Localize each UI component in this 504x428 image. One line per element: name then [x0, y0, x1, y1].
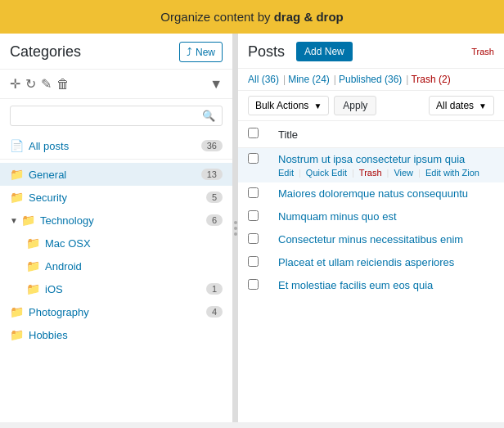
filter-published[interactable]: Published (36) [339, 74, 402, 85]
file-icon: 📄 [10, 139, 24, 152]
edit-zion-action[interactable]: Edit with Zion [425, 168, 479, 178]
chevron-down-icon: ▼ [313, 101, 322, 110]
post-title-link[interactable]: Maiores doloremque natus consequuntu [278, 187, 494, 200]
divider-dot [234, 227, 237, 230]
row-checkbox-cell [238, 251, 268, 274]
category-count: 6 [206, 214, 223, 226]
category-count: 4 [206, 306, 223, 318]
category-label: Photography [29, 306, 206, 318]
add-new-button[interactable]: Add New [296, 42, 353, 61]
bulk-actions-label: Bulk Actions [255, 100, 308, 111]
folder-icon: 📁 [10, 191, 24, 204]
table-row: Maiores doloremque natus consequuntu [238, 182, 504, 205]
posts-table: Title Nostrum ut ipsa consectetur ipsum … [238, 121, 504, 297]
delete-icon[interactable]: 🗑 [56, 77, 70, 92]
row-checkbox[interactable] [248, 233, 259, 244]
divider-dot [234, 221, 237, 224]
expand-arrow-icon: ▼ [10, 216, 18, 225]
edit-icon[interactable]: ✎ [41, 76, 52, 92]
refresh-icon[interactable]: ↻ [25, 76, 36, 92]
all-posts-label: All posts [29, 140, 201, 152]
filter-bar: All (36) | Mine (24) | Published (36) | … [238, 69, 504, 91]
category-label: Hobbies [29, 329, 223, 341]
row-checkbox[interactable] [248, 187, 259, 198]
categories-sidebar: Categories ⤴ New ✛ ↻ ✎ 🗑 ▼ 🔍 📄 All posts… [0, 34, 233, 422]
filter-all[interactable]: All (36) [248, 74, 279, 85]
category-label: iOS [45, 283, 206, 295]
filter-mine[interactable]: Mine (24) [288, 74, 330, 85]
category-item-ios[interactable]: 📁 iOS 1 [0, 277, 232, 300]
category-label: Android [45, 260, 223, 273]
category-label: Security [29, 191, 206, 204]
post-title-link[interactable]: Numquam minus quo est [278, 210, 494, 223]
select-all-checkbox[interactable] [248, 128, 259, 138]
category-list: 📁 General 13 📁 Security 5 ▼ 📁 Technology… [0, 160, 232, 349]
row-checkbox[interactable] [248, 279, 259, 290]
plus-icon: ⤴ [187, 46, 192, 58]
table-row: Et molestiae facilis eum eos quia [238, 274, 504, 297]
table-row: Placeat et ullam reiciendis asperiores [238, 251, 504, 274]
table-row: Nostrum ut ipsa consectetur ipsum quia E… [238, 148, 504, 183]
post-title-cell: Placeat et ullam reiciendis asperiores [268, 251, 504, 274]
new-category-button[interactable]: ⤴ New [179, 42, 223, 62]
top-banner: Organize content by drag & drop [0, 0, 504, 34]
posts-header: Posts Add New Trash [238, 34, 504, 69]
all-posts-item[interactable]: 📄 All posts 36 [0, 133, 232, 160]
bulk-actions-dropdown[interactable]: Bulk Actions ▼ [248, 96, 329, 115]
category-count: 5 [206, 191, 223, 203]
row-checkbox-cell [238, 205, 268, 228]
expand-icon[interactable]: ▼ [209, 77, 223, 92]
filter-trash[interactable]: Trash (2) [411, 74, 450, 85]
category-item-photography[interactable]: 📁 Photography 4 [0, 300, 232, 323]
folder-icon: 📁 [10, 305, 24, 318]
post-title-cell: Et molestiae facilis eum eos quia [268, 274, 504, 297]
category-item-hobbies[interactable]: 📁 Hobbies [0, 323, 232, 346]
category-search: 🔍 [10, 106, 223, 126]
folder-icon: 📁 [10, 328, 24, 341]
table-row: Consectetur minus necessitatibus enim [238, 228, 504, 251]
category-item-security[interactable]: 📁 Security 5 [0, 186, 232, 209]
divider-dot [234, 232, 237, 236]
row-checkbox-cell [238, 274, 268, 297]
title-column-header: Title [268, 121, 504, 148]
row-checkbox-cell [238, 148, 268, 183]
row-checkbox[interactable] [248, 210, 259, 221]
post-title-link[interactable]: Placeat et ullam reiciendis asperiores [278, 256, 494, 268]
move-icon[interactable]: ✛ [10, 76, 20, 92]
posts-toolbar: Bulk Actions ▼ Apply All dates ▼ [238, 91, 504, 121]
trash-action[interactable]: Trash [359, 168, 382, 178]
post-title-link[interactable]: Nostrum ut ipsa consectetur ipsum quia [278, 153, 494, 165]
folder-icon: 📁 [26, 282, 40, 295]
category-label: Technology [40, 214, 206, 227]
post-title-link[interactable]: Et molestiae facilis eum eos quia [278, 279, 494, 291]
quick-edit-action[interactable]: Quick Edit [306, 168, 347, 178]
category-search-input[interactable] [17, 110, 202, 122]
apply-button[interactable]: Apply [334, 96, 376, 115]
category-item-android[interactable]: 📁 Android [0, 255, 232, 277]
table-row: Numquam minus quo est [238, 205, 504, 228]
post-title-link[interactable]: Consectetur minus necessitatibus enim [278, 233, 494, 246]
category-item-technology[interactable]: ▼ 📁 Technology 6 [0, 209, 232, 232]
trash-filter-label: Trash [471, 47, 494, 56]
category-count: 13 [201, 169, 223, 180]
sidebar-title: Categories [10, 43, 81, 61]
category-label: General [29, 169, 201, 181]
post-title-cell: Consectetur minus necessitatibus enim [268, 228, 504, 251]
folder-icon: 📁 [26, 259, 40, 273]
category-item-general[interactable]: 📁 General 13 [0, 163, 232, 186]
sidebar-toolbar: ✛ ↻ ✎ 🗑 ▼ [0, 70, 232, 99]
folder-icon: 📁 [26, 237, 40, 250]
view-action[interactable]: View [394, 168, 413, 178]
row-checkbox-cell [238, 182, 268, 205]
banner-text: Organize content by drag & drop [160, 10, 343, 24]
edit-action[interactable]: Edit [278, 168, 294, 178]
category-label: Mac OSX [45, 237, 223, 250]
dates-dropdown[interactable]: All dates ▼ [429, 96, 494, 115]
select-all-header [238, 121, 268, 148]
folder-icon: 📁 [10, 168, 24, 181]
category-item-macosx[interactable]: 📁 Mac OSX [0, 232, 232, 255]
sidebar-header: Categories ⤴ New [0, 34, 232, 70]
row-checkbox[interactable] [248, 153, 259, 164]
row-checkbox[interactable] [248, 256, 259, 267]
category-count: 1 [206, 283, 223, 295]
